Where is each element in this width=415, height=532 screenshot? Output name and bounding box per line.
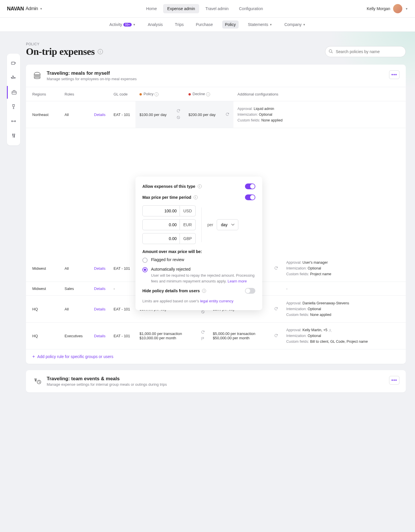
svg-point-5	[330, 329, 331, 330]
info-icon[interactable]: i	[206, 92, 210, 96]
unit-gbp: GBP	[180, 233, 196, 244]
block-icon	[176, 115, 180, 120]
nav-travel-admin[interactable]: Travel admin	[201, 4, 233, 13]
rail-item-utensils[interactable]	[7, 129, 20, 142]
left-rail	[7, 54, 20, 145]
refresh-icon	[176, 109, 180, 114]
max-toggle[interactable]	[245, 194, 255, 200]
th-regions: Regions	[26, 87, 61, 101]
radio-rejected-label: Automatically rejected	[151, 267, 255, 271]
subnav-statements[interactable]: Statements ▼	[245, 20, 275, 29]
user-menu[interactable]: Kelly Morgan ▼	[367, 4, 408, 13]
nav-expense-admin[interactable]: Expense admin	[163, 4, 199, 13]
refresh-icon	[274, 334, 278, 338]
info-icon[interactable]: i	[194, 195, 198, 199]
th-policy: Policy i	[135, 87, 184, 101]
subnav-policy[interactable]: Policy	[222, 20, 239, 29]
team-events-card: Traveling: team events & meals Manage ex…	[26, 370, 406, 392]
radio-flagged[interactable]	[142, 258, 148, 263]
subnav-company[interactable]: Company ▼	[282, 20, 309, 29]
brand-main: NAVAN	[7, 6, 24, 12]
search-input[interactable]	[325, 46, 406, 57]
amount-eur[interactable]	[142, 219, 180, 230]
avatar	[393, 4, 402, 13]
chevron-down-icon: ▼	[133, 23, 136, 26]
details-link[interactable]: Details	[94, 334, 105, 338]
unit-eur: EUR	[180, 219, 196, 230]
th-additional: Additional configurations	[233, 87, 406, 101]
search-container	[325, 46, 406, 57]
amount-gbp[interactable]	[142, 233, 180, 244]
svg-rect-0	[12, 62, 15, 64]
rail-item-travel[interactable]	[7, 72, 20, 84]
table-row: Northeast All Details EAT - 101 $100.00 …	[26, 101, 406, 128]
breadcrumb: POLICY	[26, 42, 103, 46]
rail-item-fitness[interactable]	[7, 115, 20, 128]
subnav-activity[interactable]: Activity 99+ ▼	[106, 20, 138, 29]
chevron-down-icon: ▼	[405, 7, 408, 10]
info-icon[interactable]: i	[154, 92, 159, 96]
chevron-down-icon: ▼	[303, 23, 306, 26]
plus-icon: +	[32, 354, 35, 359]
chevron-down-icon: ▼	[40, 7, 42, 10]
radio-flagged-label: Flagged for review	[151, 257, 184, 262]
th-glcode: GL code	[110, 87, 135, 101]
svg-rect-1	[12, 91, 16, 94]
unit-usd: USD	[180, 205, 196, 216]
th-roles: Roles	[61, 87, 110, 101]
refresh-icon	[274, 307, 278, 312]
over-max-label: Amount over max price will be:	[142, 249, 255, 254]
per-label: per	[207, 222, 213, 227]
user-icon	[328, 328, 332, 332]
max-label: Max price per time period	[142, 195, 191, 200]
add-rule-button[interactable]: + Add policy rule for specific groups or…	[26, 349, 406, 364]
top-nav: Home Expense admin Travel admin Configur…	[42, 4, 367, 13]
details-link[interactable]: Details	[94, 113, 105, 117]
info-icon[interactable]: i	[202, 289, 206, 293]
allow-label: Allow expenses of this type	[142, 184, 195, 189]
svg-point-2	[329, 50, 332, 52]
rules-table: Regions Roles GL code Policy i Decline i…	[26, 87, 406, 128]
hide-toggle[interactable]	[245, 288, 255, 294]
footnote: Limits are applied based on user's legal…	[142, 299, 255, 303]
th-decline: Decline i	[184, 87, 233, 101]
radio-rejected[interactable]	[142, 267, 148, 272]
per-select[interactable]: day	[217, 219, 238, 230]
subnav-purchase[interactable]: Purchase	[193, 20, 216, 29]
card-title: Traveling: meals for myself	[47, 70, 137, 76]
user-name: Kelly Morgan	[367, 6, 390, 11]
details-link[interactable]: Details	[94, 266, 105, 271]
details-link[interactable]: Details	[94, 286, 105, 291]
radio-rejected-help: User will be required to repay the rejec…	[151, 273, 255, 284]
nav-configuration[interactable]: Configuration	[235, 4, 267, 13]
subnav-analysis[interactable]: Analysis	[145, 20, 166, 29]
details-link[interactable]: Details	[94, 307, 105, 311]
rail-item-wine[interactable]	[7, 100, 20, 113]
search-icon	[329, 49, 333, 55]
nav-home[interactable]: Home	[142, 4, 161, 13]
refresh-icon	[225, 112, 229, 117]
legal-entity-link[interactable]: legal entity currency	[200, 299, 233, 303]
rail-item-briefcase[interactable]	[7, 86, 20, 99]
card-subtitle: Manage expense settings for internal gro…	[47, 382, 167, 387]
block-icon	[201, 310, 205, 315]
burger-icon	[32, 70, 42, 80]
amount-usd[interactable]	[142, 205, 180, 216]
more-button[interactable]: •••	[389, 376, 399, 385]
brand[interactable]: NAVAN Admin ▼	[7, 6, 42, 12]
learn-more-link[interactable]: Learn more	[228, 279, 247, 283]
info-icon[interactable]: i	[98, 49, 103, 54]
page-title: On-trip expenses i	[26, 46, 103, 57]
allow-toggle[interactable]	[245, 183, 255, 189]
info-icon[interactable]: i	[198, 184, 202, 188]
activity-badge: 99+	[123, 23, 132, 27]
hide-label: Hide policy details from users	[142, 289, 200, 293]
rail-item-expenses[interactable]	[7, 57, 20, 70]
more-button[interactable]: •••	[389, 70, 399, 79]
flag-icon	[201, 337, 205, 342]
subnav-trips[interactable]: Trips	[172, 20, 187, 29]
team-events-icon	[32, 376, 42, 386]
brand-sub: Admin	[26, 6, 38, 11]
table-row: HQ Executives Details EAT - 101 $1,000.0…	[26, 323, 406, 349]
chevron-down-icon: ▼	[269, 23, 272, 26]
